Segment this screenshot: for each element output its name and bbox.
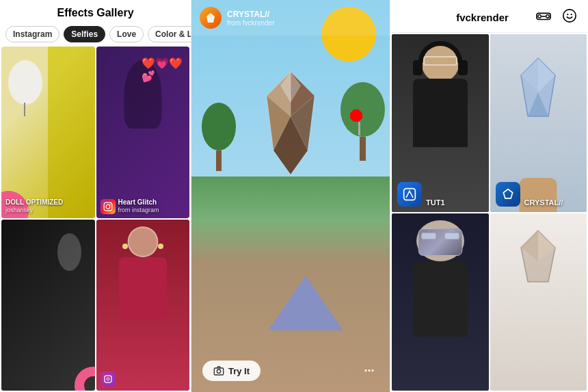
ar-effect-name: CRYSTAL//: [227, 10, 274, 19]
person-body-3: [413, 261, 468, 337]
svg-point-4: [107, 378, 109, 380]
effect-name-2: CRYSTAL//: [524, 198, 563, 207]
profile-badge-2: [496, 182, 520, 207]
person-head: [127, 226, 158, 257]
svg-point-18: [546, 15, 550, 18]
person-body-1: [413, 79, 468, 147]
yellow-bg: [48, 47, 94, 218]
profile-cell-3[interactable]: [392, 213, 489, 391]
face-icon[interactable]: [562, 8, 577, 27]
badge-icon-2: [501, 187, 515, 201]
svg-point-20: [567, 14, 568, 15]
tree-trunk-left: [216, 151, 222, 171]
ar-from-label: from fvckrender: [227, 19, 274, 27]
badge-icon-cell4: [104, 375, 112, 383]
earring-left: [122, 244, 128, 249]
tab-color-light[interactable]: Color & Light: [148, 26, 191, 42]
headphone-right: [458, 60, 468, 75]
profile-username: fvckrender: [456, 12, 509, 23]
ar-bottom-bar: Try It ···: [191, 352, 390, 392]
tree-trunk-right: [360, 137, 366, 161]
crystal-obj: [518, 55, 559, 123]
tree-top-right: [340, 82, 385, 137]
profile-panel: fvckrender: [390, 0, 588, 392]
svg-point-17: [538, 15, 542, 18]
stop-sign-pole: [358, 122, 360, 135]
ar-glasses-icon: [536, 8, 551, 23]
mask-lens-left: [421, 233, 436, 239]
gallery-cell-4[interactable]: [96, 220, 190, 391]
hearts-decoration: ❤️💗❤️💕: [142, 57, 183, 83]
camera-icon: [213, 365, 224, 376]
hand-shape: [520, 178, 557, 212]
gallery-cell-3[interactable]: [1, 220, 95, 391]
cell-2-creator: from instagram: [118, 207, 159, 214]
ar-icon[interactable]: [536, 8, 551, 27]
stop-sign: [350, 109, 362, 122]
tab-love[interactable]: Love: [109, 26, 144, 42]
dark-bg: [1, 220, 95, 391]
balloon-string: [24, 103, 25, 116]
svg-marker-12: [206, 13, 215, 23]
cell-1-label: DOLL OPTIMIZED joshansky: [5, 198, 63, 214]
cell-1-creator: joshansky: [5, 207, 63, 214]
svg-marker-27: [503, 189, 512, 198]
instagram-badge: [101, 199, 116, 214]
profile-cell-4[interactable]: [490, 213, 587, 391]
more-options-button[interactable]: ···: [360, 361, 379, 380]
cell-1-effect-name: DOLL OPTIMIZED: [5, 198, 63, 207]
svg-point-21: [571, 14, 572, 15]
glasses: [423, 56, 457, 66]
gallery-grid: DOLL OPTIMIZED joshansky ❤️💗❤️💕 Heart Gl…: [0, 47, 191, 392]
svg-point-1: [106, 205, 110, 209]
avatar-crystal-icon: [204, 12, 217, 24]
more-dots: ···: [364, 364, 374, 378]
gallery-header: Effects Gallery: [0, 0, 191, 23]
svg-rect-0: [104, 202, 112, 211]
profile-grid: TUT1 CRYSTAL//: [390, 33, 588, 392]
ar-user-avatar: [200, 7, 222, 29]
earring-right: [158, 244, 163, 249]
svg-point-2: [109, 203, 111, 205]
crystal-svg-4: [518, 227, 559, 289]
tab-selfies[interactable]: Selfies: [64, 26, 105, 42]
instagram-icon: [103, 202, 113, 211]
profile-action-icons: [536, 8, 577, 27]
svg-rect-3: [105, 376, 111, 382]
tree-left: [198, 103, 239, 171]
profile-badge-1: [397, 182, 422, 207]
svg-point-14: [217, 369, 220, 373]
profile-cell-1[interactable]: TUT1: [392, 34, 489, 212]
balloon-shape: [8, 60, 42, 105]
ar-header: CRYSTAL// from fvckrender: [191, 0, 390, 36]
tab-instagram[interactable]: Instagram: [5, 26, 59, 42]
ar-crystal-object: [256, 68, 325, 178]
mask-lens-right: [444, 233, 459, 239]
gallery-cell-2[interactable]: ❤️💗❤️💕 Heart Glitch from instagram: [96, 47, 190, 218]
badge-icon-1: [403, 187, 416, 201]
cell-2-label: Heart Glitch from instagram: [118, 198, 159, 214]
tree-right: [338, 82, 386, 157]
effect-badge-cell4: [101, 371, 116, 387]
try-it-label: Try It: [228, 366, 250, 376]
profile-header: fvckrender: [390, 0, 588, 33]
effect-name-1: TUT1: [426, 198, 445, 207]
smiley-icon: [562, 8, 577, 23]
ar-user-info: CRYSTAL// from fvckrender: [227, 10, 274, 27]
ar-triangle: [268, 276, 343, 330]
cell-2-effect-name: Heart Glitch: [118, 198, 159, 207]
effects-gallery-panel: Effects Gallery Instagram Selfies Love C…: [0, 0, 191, 392]
try-it-button[interactable]: Try It: [202, 361, 260, 381]
profile-cell-2[interactable]: CRYSTAL//: [490, 34, 587, 212]
crystal-svg-2: [518, 55, 559, 123]
orb-shape: [57, 233, 81, 271]
person-body: [119, 257, 167, 319]
crystal-svg: [256, 68, 325, 178]
gallery-title: Effects Gallery: [57, 7, 133, 18]
tree-top-left: [202, 103, 236, 151]
ar-preview-panel: CRYSTAL// from fvckrender Try It ···: [191, 0, 390, 392]
headphone-left: [413, 60, 423, 75]
crystal-obj-4: [518, 227, 559, 289]
gallery-tabs: Instagram Selfies Love Color & Light: [0, 23, 191, 47]
gallery-cell-1[interactable]: DOLL OPTIMIZED joshansky: [1, 47, 95, 218]
